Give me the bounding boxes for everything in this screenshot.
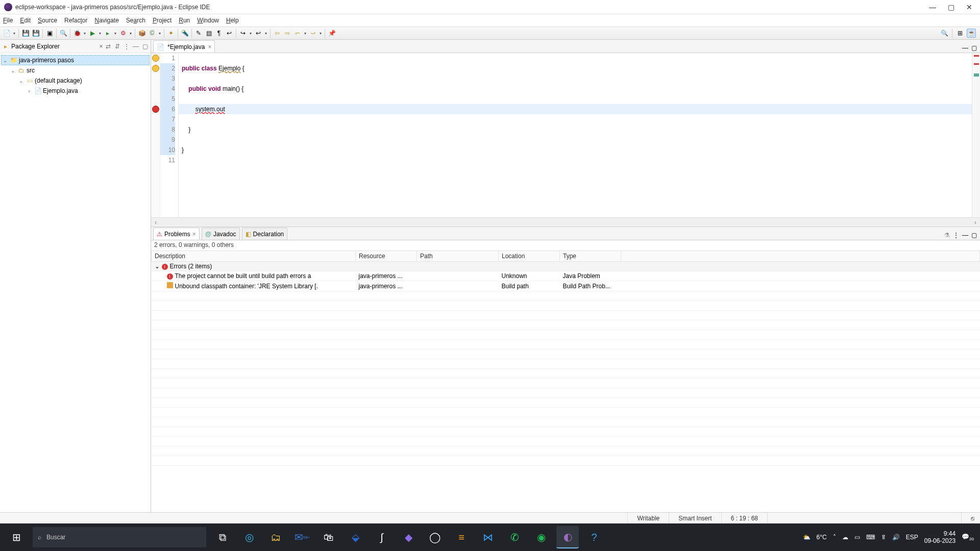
run-dd-icon[interactable]: ▾	[98, 29, 102, 38]
menu-file[interactable]: File	[3, 17, 13, 24]
expand-icon[interactable]: ›	[26, 88, 33, 94]
col-resource[interactable]: Resource	[356, 251, 417, 262]
new-package-icon[interactable]: 📦	[137, 29, 146, 38]
new-class-dd-icon[interactable]: ▾	[158, 29, 162, 38]
maximize-editor-icon[interactable]: ▢	[971, 44, 977, 52]
table-row[interactable]: Unbound classpath container: 'JRE System…	[152, 281, 980, 291]
package-explorer-tree[interactable]: ⌄ 📁 java-primeros pasos ⌄ 🗀 src ⌄ ▭ (def…	[0, 53, 151, 98]
filter-icon[interactable]: ⚗	[944, 232, 950, 239]
tab-close-icon[interactable]: ×	[208, 43, 211, 51]
col-description[interactable]: Description	[152, 251, 356, 262]
code-editor[interactable]: 1234567891011 public class Ejemplo { pub…	[151, 53, 980, 217]
coverage-dd-icon[interactable]: ▾	[113, 29, 117, 38]
menu-search[interactable]: Search	[126, 17, 145, 24]
weather-icon[interactable]: ⛅	[803, 534, 811, 541]
view-close-icon[interactable]: ×	[97, 43, 105, 50]
maximize-view-icon[interactable]: ▢	[971, 232, 977, 239]
show-whitespace-icon[interactable]: ¶	[214, 29, 224, 38]
clipchamp-icon[interactable]: ◆	[397, 526, 420, 548]
whatsapp-icon[interactable]: ✆	[503, 526, 526, 548]
terminal-icon[interactable]: ▣	[45, 29, 54, 38]
expand-icon[interactable]: ⌄	[17, 78, 24, 84]
debug-icon[interactable]: 🐞	[72, 29, 82, 38]
open-type-icon[interactable]: ✦	[166, 29, 176, 38]
dropbox-icon[interactable]: ⬙	[344, 526, 366, 548]
expand-icon[interactable]: ⌄	[2, 58, 9, 63]
language-indicator[interactable]: ESP	[906, 534, 918, 541]
new-dropdown-icon[interactable]: ▾	[12, 29, 16, 38]
app-generic-icon[interactable]: ∫	[371, 526, 393, 548]
mail-icon[interactable]: ✉99+	[291, 526, 313, 548]
line-number-gutter[interactable]: 1234567891011	[160, 53, 179, 217]
collapse-all-icon[interactable]: ⇄	[105, 43, 112, 50]
menu-navigate[interactable]: Navigate	[94, 17, 118, 24]
view-menu-icon[interactable]: ⋮	[123, 43, 130, 50]
status-extra-icon[interactable]: ⎋	[961, 513, 980, 523]
coverage-icon[interactable]: ▸	[103, 29, 112, 38]
skip-breakpoints-icon[interactable]: 🔍	[59, 29, 68, 38]
toggle-word-wrap-icon[interactable]: ↩	[225, 29, 234, 38]
tab-javadoc[interactable]: @ Javadoc	[202, 228, 240, 240]
warning-marker-icon[interactable]	[152, 65, 159, 72]
notifications-icon[interactable]: 💬20	[962, 533, 974, 541]
taskbar-search[interactable]: ⌕ Buscar	[33, 527, 206, 547]
table-row[interactable]: !The project cannot be built until build…	[152, 271, 980, 281]
link-editor-icon[interactable]: ⇵	[114, 43, 121, 50]
new-icon[interactable]: 📄	[2, 29, 11, 38]
tree-file[interactable]: › 📄 Ejemplo.java	[1, 86, 150, 96]
minimize-editor-icon[interactable]: —	[962, 44, 968, 52]
warning-marker-icon[interactable]	[152, 55, 159, 62]
vscode-icon[interactable]: ⋈	[477, 526, 499, 548]
search-icon[interactable]: 🔦	[180, 29, 189, 38]
minimize-view-icon[interactable]: —	[132, 43, 139, 50]
sublime-icon[interactable]: ≡	[450, 526, 473, 548]
last-edit-icon[interactable]: ⤺	[293, 29, 302, 38]
chrome-icon[interactable]: ◯	[424, 526, 446, 548]
back-icon[interactable]: ⇦	[273, 29, 282, 38]
java-perspective-icon[interactable]: ☕	[967, 29, 976, 38]
close-button[interactable]: ✕	[966, 4, 973, 11]
toggle-block-icon[interactable]: ▤	[204, 29, 213, 38]
problems-table[interactable]: Description Resource Path Location Type …	[151, 251, 980, 466]
save-all-icon[interactable]: 💾	[31, 29, 40, 38]
scroll-right-icon[interactable]: ›	[971, 219, 980, 226]
battery-icon[interactable]: ▭	[854, 534, 860, 541]
start-button[interactable]: ⊞	[0, 523, 33, 551]
problems-group-row[interactable]: ⌄!Errors (2 items)	[152, 262, 980, 271]
edge-icon[interactable]: ◎	[238, 526, 260, 548]
code-text-area[interactable]: public class Ejemplo { public void main(…	[179, 53, 972, 217]
fwd-hist-dd-icon[interactable]: ▾	[318, 29, 323, 38]
view-menu-icon[interactable]: ⋮	[953, 232, 959, 239]
debug-dd-icon[interactable]: ▾	[83, 29, 87, 38]
spotify-icon[interactable]: ◉	[530, 526, 552, 548]
menu-refactor[interactable]: Refactor	[64, 17, 87, 24]
keyboard-icon[interactable]: ⌨	[866, 534, 875, 541]
run-icon[interactable]: ▶	[88, 29, 97, 38]
forward-icon[interactable]: ⇨	[283, 29, 292, 38]
error-marker-icon[interactable]	[152, 106, 159, 113]
fwd-history-icon[interactable]: ⤻	[308, 29, 317, 38]
overview-ruler[interactable]	[972, 53, 980, 217]
minimize-view-icon[interactable]: —	[962, 232, 968, 239]
col-location[interactable]: Location	[499, 251, 560, 262]
scroll-left-icon[interactable]: ‹	[151, 219, 160, 226]
wifi-icon[interactable]: ⥣	[881, 534, 886, 541]
prev-ann-dd-icon[interactable]: ▾	[264, 29, 268, 38]
tree-src[interactable]: ⌄ 🗀 src	[1, 65, 150, 76]
volume-icon[interactable]: 🔊	[892, 534, 900, 541]
pin-editor-icon[interactable]: 📌	[327, 29, 336, 38]
tab-close-icon[interactable]: ×	[192, 231, 196, 238]
onedrive-icon[interactable]: ☁	[842, 534, 848, 541]
menu-window[interactable]: Window	[197, 17, 219, 24]
expand-icon[interactable]: ⌄	[9, 68, 16, 73]
tray-chevron-icon[interactable]: ˄	[833, 534, 836, 541]
menu-run[interactable]: Run	[179, 17, 190, 24]
task-view-icon[interactable]: ⧉	[211, 526, 234, 548]
tab-declaration[interactable]: ◧ Declaration	[242, 228, 288, 240]
access-search-icon[interactable]: 🔍	[940, 29, 949, 38]
menu-source[interactable]: Source	[38, 17, 57, 24]
new-class-icon[interactable]: ©	[148, 29, 157, 38]
col-type[interactable]: Type	[560, 251, 621, 262]
editor-horizontal-scrollbar[interactable]: ‹ ›	[151, 217, 980, 227]
menu-project[interactable]: Project	[153, 17, 172, 24]
